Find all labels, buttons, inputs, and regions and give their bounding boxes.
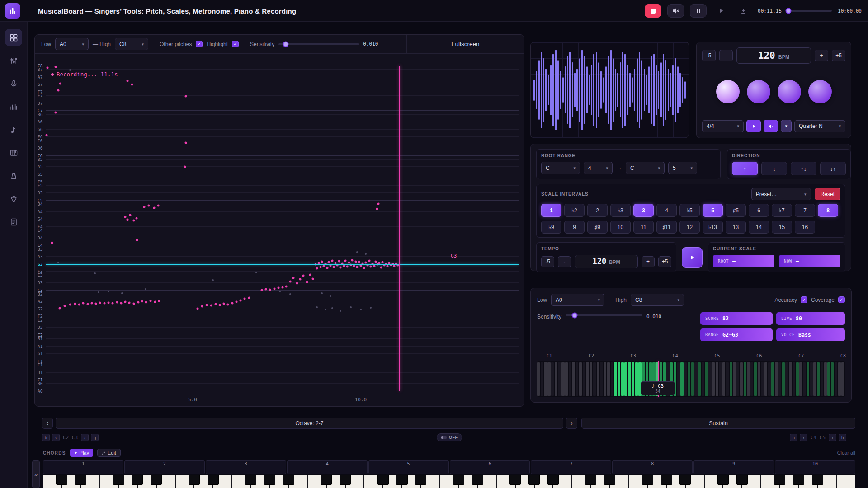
- interval-button-12[interactable]: 12: [679, 221, 700, 234]
- bpm-minus-button[interactable]: -: [719, 50, 733, 61]
- time-signature-select[interactable]: 4/4▾: [702, 120, 744, 132]
- black-key-C#7[interactable]: [717, 475, 729, 485]
- interval-button-♭2[interactable]: ♭2: [564, 204, 585, 217]
- preset-select[interactable]: Preset…▾: [751, 188, 811, 200]
- interval-button-10[interactable]: 10: [610, 221, 631, 234]
- pitch-sensitivity-slider[interactable]: [278, 43, 359, 45]
- bpm-plus-button[interactable]: +: [815, 50, 828, 61]
- sidebar-item-dashboard[interactable]: [5, 29, 22, 46]
- transport-slider[interactable]: [788, 10, 832, 12]
- low-note-select[interactable]: A0▾: [55, 38, 89, 50]
- other-pitches-checkbox[interactable]: [196, 41, 203, 47]
- chord-slot-9[interactable]: 9: [693, 460, 774, 474]
- monitor-low-select[interactable]: A0▾: [551, 294, 604, 306]
- left-shortcut-low-key[interactable]: b: [42, 434, 50, 441]
- interval-button-4[interactable]: 4: [656, 204, 677, 217]
- chord-slot-1[interactable]: 1: [43, 460, 123, 474]
- high-note-select[interactable]: C8▾: [115, 38, 148, 50]
- tempo-minus5-button[interactable]: -5: [541, 256, 554, 267]
- keyboard-labels-toggle[interactable]: OFF: [437, 433, 462, 441]
- coverage-checkbox[interactable]: [838, 296, 845, 303]
- black-key-A#5[interactable]: [547, 475, 559, 485]
- black-key-G#6[interactable]: [661, 475, 672, 485]
- sidebar-item-notes[interactable]: [5, 213, 22, 230]
- sidebar-item-piano[interactable]: [5, 144, 22, 161]
- tempo-minus-button[interactable]: -: [558, 256, 571, 267]
- sensitivity-slider-thumb[interactable]: [283, 41, 289, 47]
- root-to-octave-select[interactable]: 5▾: [668, 162, 697, 174]
- interval-button-13[interactable]: 13: [726, 221, 746, 234]
- right-shortcut-low-key[interactable]: n: [790, 434, 797, 441]
- interval-button-♭3[interactable]: ♭3: [610, 204, 631, 217]
- clear-all-button[interactable]: Clear all: [837, 450, 855, 455]
- black-key-C#6[interactable]: [585, 475, 596, 485]
- tempo-plus5-button[interactable]: +5: [658, 256, 671, 267]
- stop-record-button[interactable]: [645, 4, 661, 18]
- black-key-A#2[interactable]: [151, 475, 162, 485]
- monitor-sensitivity-slider[interactable]: [566, 314, 642, 316]
- black-key-D#7[interactable]: [736, 475, 748, 485]
- sidebar-item-gem[interactable]: [5, 190, 22, 207]
- black-key-A#4[interactable]: [415, 475, 426, 485]
- black-key-C#3[interactable]: [189, 475, 200, 485]
- interval-button-1[interactable]: 1: [541, 204, 561, 217]
- scale-play-button[interactable]: [682, 247, 703, 268]
- black-key-F#3[interactable]: [245, 475, 256, 485]
- chord-slot-6[interactable]: 6: [450, 460, 530, 474]
- chord-slot-10[interactable]: 10: [775, 460, 855, 474]
- chord-slot-8[interactable]: 8: [612, 460, 693, 474]
- interval-button-5[interactable]: 5: [703, 204, 723, 217]
- direction-button-4[interactable]: ↓↑: [820, 162, 846, 175]
- direction-button-2[interactable]: ↓: [761, 162, 787, 175]
- black-key-A#3[interactable]: [283, 475, 294, 485]
- black-key-F#7[interactable]: [774, 475, 785, 485]
- black-key-C#2[interactable]: [56, 475, 67, 485]
- metronome-sound-button[interactable]: [764, 120, 778, 132]
- root-from-octave-select[interactable]: 4▾: [584, 162, 613, 174]
- right-range-up-button[interactable]: ›: [829, 434, 836, 441]
- metronome-play-button[interactable]: [746, 120, 761, 132]
- sidebar-item-microphone[interactable]: [5, 75, 22, 92]
- interval-button-2[interactable]: 2: [587, 204, 608, 217]
- keyboard-expander-button[interactable]: »: [32, 460, 40, 488]
- chord-slot-7[interactable]: 7: [531, 460, 611, 474]
- black-key-C#4[interactable]: [321, 475, 332, 485]
- white-key-C8[interactable]: [836, 475, 855, 488]
- transport-slider-thumb[interactable]: [785, 8, 791, 14]
- left-shortcut-high-key[interactable]: g: [91, 434, 99, 441]
- interval-button-♭5[interactable]: ♭5: [679, 204, 700, 217]
- black-key-D#3[interactable]: [208, 475, 219, 485]
- black-key-G#4[interactable]: [396, 475, 407, 485]
- root-from-note-select[interactable]: C▾: [541, 162, 580, 174]
- interval-button-14[interactable]: 14: [749, 221, 769, 234]
- interval-button-7[interactable]: 7: [795, 204, 815, 217]
- bpm-minus5-button[interactable]: -5: [702, 50, 716, 61]
- interval-button-♭7[interactable]: ♭7: [772, 204, 792, 217]
- octave-down-button[interactable]: ‹: [42, 418, 53, 429]
- interval-button-16[interactable]: 16: [795, 221, 815, 234]
- play-button[interactable]: [712, 4, 729, 18]
- chord-slot-3[interactable]: 3: [206, 460, 286, 474]
- interval-button-8[interactable]: 8: [818, 204, 838, 217]
- black-key-D#2[interactable]: [75, 475, 86, 485]
- tempo-plus-button[interactable]: +: [642, 256, 655, 267]
- black-key-F#4[interactable]: [377, 475, 389, 485]
- interval-button-11[interactable]: 11: [633, 221, 654, 234]
- interval-button-3[interactable]: 3: [633, 204, 654, 217]
- interval-button-9[interactable]: 9: [564, 221, 585, 234]
- fullscreen-button[interactable]: Fullscreen: [406, 35, 524, 53]
- black-key-G#7[interactable]: [793, 475, 804, 485]
- interval-button-♭9[interactable]: ♭9: [541, 221, 561, 234]
- black-key-F#2[interactable]: [113, 475, 124, 485]
- metronome-options-button[interactable]: ▾: [781, 120, 792, 132]
- sidebar-item-metronome[interactable]: [5, 167, 22, 184]
- pause-button[interactable]: [690, 4, 707, 18]
- reset-button[interactable]: Reset: [815, 188, 840, 200]
- chords-play-button[interactable]: Play: [70, 449, 93, 457]
- monitor-high-select[interactable]: C8▾: [631, 294, 684, 306]
- interval-button-♭13[interactable]: ♭13: [703, 221, 723, 234]
- chord-slot-5[interactable]: 5: [368, 460, 449, 474]
- black-key-D#6[interactable]: [604, 475, 615, 485]
- chord-slot-2[interactable]: 2: [124, 460, 205, 474]
- download-button[interactable]: [735, 4, 752, 18]
